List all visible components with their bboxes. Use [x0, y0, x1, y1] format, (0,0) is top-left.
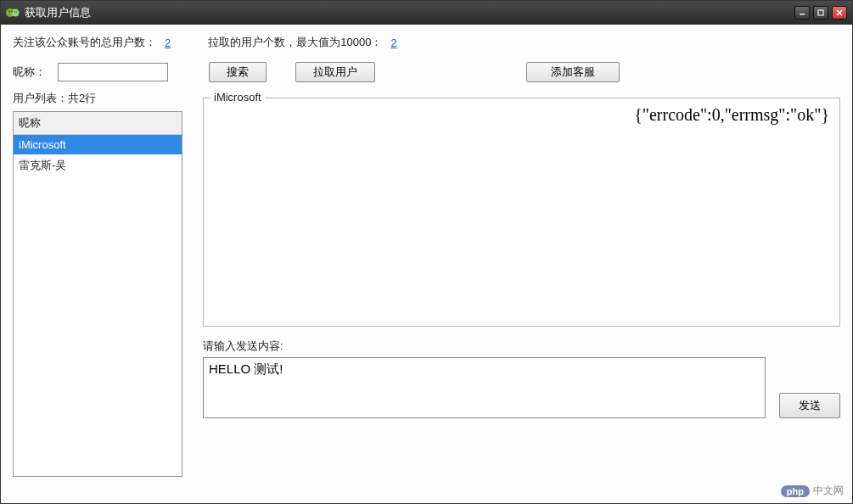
svg-rect-6	[800, 14, 805, 15]
search-button[interactable]: 搜索	[209, 62, 267, 82]
main-split: 用户列表：共2行 昵称 iMicrosoft雷克斯-吴 iMicrosoft {…	[13, 91, 840, 477]
add-service-button[interactable]: 添加客服	[526, 62, 620, 82]
send-area: 请输入发送内容: 发送	[203, 339, 840, 418]
svg-point-3	[11, 11, 13, 13]
app-icon	[6, 6, 20, 20]
send-label: 请输入发送内容:	[203, 339, 840, 354]
total-users-label: 关注该公众账号的总用户数：	[13, 35, 156, 50]
svg-point-2	[8, 11, 10, 13]
info-row: 关注该公众账号的总用户数： 2 拉取的用户个数，最大值为10000： 2	[13, 35, 840, 50]
response-groupbox: iMicrosoft {"errcode":0,"errmsg":"ok"}	[203, 98, 840, 327]
svg-point-5	[16, 11, 17, 12]
content-area: 关注该公众账号的总用户数： 2 拉取的用户个数，最大值为10000： 2 昵称：…	[1, 25, 852, 480]
list-item[interactable]: 雷克斯-吴	[14, 154, 182, 176]
window-title: 获取用户信息	[25, 5, 794, 20]
user-list-title: 用户列表：共2行	[13, 91, 182, 106]
nickname-label: 昵称：	[13, 64, 46, 80]
php-badge: php	[781, 485, 810, 497]
svg-point-4	[14, 11, 14, 12]
response-text[interactable]: {"errcode":0,"errmsg":"ok"}	[204, 98, 839, 326]
response-body: {"errcode":0,"errmsg":"ok"}	[634, 105, 829, 124]
titlebar: 获取用户信息	[1, 1, 852, 25]
window-controls	[794, 6, 847, 20]
svg-point-1	[12, 9, 20, 17]
send-textarea[interactable]	[203, 357, 766, 418]
window: 获取用户信息 关注该公众账号的总用户数： 2 拉取的用户个数，最大值为10000…	[0, 0, 853, 504]
pulled-users-label: 拉取的用户个数，最大值为10000：	[208, 35, 382, 50]
pull-users-button[interactable]: 拉取用户	[295, 62, 375, 82]
nickname-input[interactable]	[58, 63, 168, 81]
send-row: 发送	[203, 357, 840, 418]
search-row: 昵称： 搜索 拉取用户 添加客服	[13, 62, 840, 82]
footer: php 中文网	[1, 480, 852, 503]
close-button[interactable]	[832, 6, 847, 20]
user-list-header[interactable]: 昵称	[14, 112, 182, 135]
right-column: iMicrosoft {"errcode":0,"errmsg":"ok"} 请…	[203, 91, 840, 477]
send-button[interactable]: 发送	[779, 393, 840, 418]
user-list[interactable]: 昵称 iMicrosoft雷克斯-吴	[13, 111, 182, 477]
maximize-button[interactable]	[813, 6, 828, 20]
left-column: 用户列表：共2行 昵称 iMicrosoft雷克斯-吴	[13, 91, 182, 477]
list-item[interactable]: iMicrosoft	[14, 135, 182, 154]
svg-rect-7	[818, 10, 823, 15]
response-group-label: iMicrosoft	[210, 91, 265, 104]
footer-text: 中文网	[813, 484, 844, 498]
minimize-button[interactable]	[794, 6, 810, 20]
total-users-link[interactable]: 2	[165, 36, 171, 49]
pulled-users-link[interactable]: 2	[390, 36, 396, 49]
